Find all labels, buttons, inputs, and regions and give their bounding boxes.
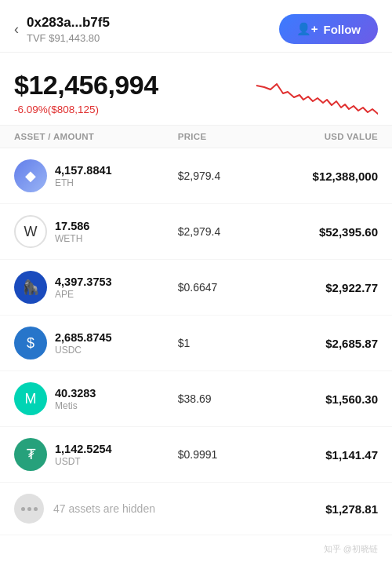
- total-left: $12,456,994 -6.09%($808,125): [14, 70, 158, 115]
- back-button[interactable]: ‹: [14, 21, 19, 38]
- watermark: 知乎 @初晓链: [0, 535, 392, 560]
- asset-col: 🦍 4,397.3753 APE: [14, 271, 178, 304]
- follow-button[interactable]: 👤+ Follow: [279, 14, 378, 44]
- mini-chart: [256, 70, 378, 117]
- asset-amount: 4,397.3753: [55, 276, 112, 288]
- asset-usd-value: $1,560.30: [269, 392, 378, 406]
- col-asset-header: ASSET / AMOUNT: [14, 132, 178, 141]
- asset-name-amount: 4,397.3753 APE: [55, 276, 112, 300]
- asset-usd-value: $1,141.47: [269, 448, 378, 462]
- asset-icon-metis: M: [14, 382, 47, 415]
- hidden-usd-value: $1,278.81: [325, 502, 378, 516]
- total-section: $12,456,994 -6.09%($808,125): [0, 53, 392, 125]
- asset-price: $38.69: [178, 392, 269, 405]
- table-header: ASSET / AMOUNT PRICE USD VALUE: [0, 125, 392, 148]
- asset-price: $0.6647: [178, 281, 269, 294]
- asset-price: $2,979.4: [178, 170, 269, 182]
- asset-name-amount: 17.586 WETH: [55, 220, 89, 244]
- asset-icon-eth: ◆: [14, 159, 47, 192]
- total-change: -6.09%($808,125): [14, 104, 158, 115]
- asset-usd-value: $2,685.87: [269, 337, 378, 350]
- table-row: M 40.3283 Metis $38.69 $1,560.30: [0, 371, 392, 427]
- hidden-label: 47 assets are hidden: [53, 502, 155, 515]
- asset-col: M 40.3283 Metis: [14, 382, 178, 415]
- dot: [21, 507, 25, 511]
- header: ‹ 0x283a...b7f5 TVF $91,443.80 👤+ Follow: [0, 0, 392, 53]
- asset-symbol: USDT: [55, 456, 112, 467]
- asset-icon-usdc: $: [14, 327, 47, 359]
- asset-usd-value: $12,388,000: [269, 170, 378, 183]
- asset-list: ◆ 4,157.8841 ETH $2,979.4 $12,388,000 W …: [0, 148, 392, 483]
- asset-usd-value: $52,395.60: [269, 225, 378, 239]
- wallet-info: 0x283a...b7f5 TVF $91,443.80: [27, 15, 110, 44]
- follow-label: Follow: [324, 23, 361, 36]
- header-left: ‹ 0x283a...b7f5 TVF $91,443.80: [14, 15, 110, 44]
- hidden-assets-row: 47 assets are hidden $1,278.81: [0, 483, 392, 535]
- hidden-icon: [14, 494, 44, 524]
- asset-symbol: ETH: [55, 177, 112, 188]
- asset-name-amount: 4,157.8841 ETH: [55, 164, 112, 188]
- asset-symbol: USDC: [55, 345, 112, 356]
- hidden-left: 47 assets are hidden: [14, 494, 155, 524]
- asset-col: $ 2,685.8745 USDC: [14, 327, 178, 359]
- table-row: ₮ 1,142.5254 USDT $0.9991 $1,141.47: [0, 427, 392, 483]
- asset-name-amount: 40.3283 Metis: [55, 387, 96, 411]
- person-add-icon: 👤+: [296, 22, 318, 36]
- asset-symbol: APE: [55, 289, 112, 300]
- asset-symbol: Metis: [55, 400, 96, 411]
- table-row: 🦍 4,397.3753 APE $0.6647 $2,922.77: [0, 260, 392, 316]
- asset-amount: 2,685.8745: [55, 331, 112, 344]
- asset-icon-weth: W: [14, 215, 47, 248]
- asset-icon-ape: 🦍: [14, 271, 47, 304]
- wallet-address: 0x283a...b7f5: [27, 15, 110, 31]
- asset-price: $2,979.4: [178, 225, 269, 238]
- col-price-header: PRICE: [178, 132, 269, 141]
- asset-usd-value: $2,922.77: [269, 281, 378, 294]
- col-usd-header: USD VALUE: [269, 132, 378, 141]
- asset-col: ◆ 4,157.8841 ETH: [14, 159, 178, 192]
- asset-col: ₮ 1,142.5254 USDT: [14, 438, 178, 471]
- wallet-tvf: TVF $91,443.80: [27, 32, 110, 44]
- table-row: W 17.586 WETH $2,979.4 $52,395.60: [0, 204, 392, 260]
- asset-icon-usdt: ₮: [14, 438, 47, 471]
- asset-symbol: WETH: [55, 233, 89, 244]
- dot: [27, 507, 31, 511]
- asset-name-amount: 2,685.8745 USDC: [55, 331, 112, 356]
- table-row: ◆ 4,157.8841 ETH $2,979.4 $12,388,000: [0, 148, 392, 204]
- asset-amount: 17.586: [55, 220, 89, 232]
- total-value: $12,456,994: [14, 70, 158, 100]
- asset-price: $1: [178, 337, 269, 349]
- asset-name-amount: 1,142.5254 USDT: [55, 443, 112, 467]
- asset-price: $0.9991: [178, 448, 269, 461]
- asset-amount: 4,157.8841: [55, 164, 112, 177]
- dot: [34, 507, 38, 511]
- table-row: $ 2,685.8745 USDC $1 $2,685.87: [0, 316, 392, 371]
- asset-amount: 1,142.5254: [55, 443, 112, 455]
- asset-col: W 17.586 WETH: [14, 215, 178, 248]
- asset-amount: 40.3283: [55, 387, 96, 400]
